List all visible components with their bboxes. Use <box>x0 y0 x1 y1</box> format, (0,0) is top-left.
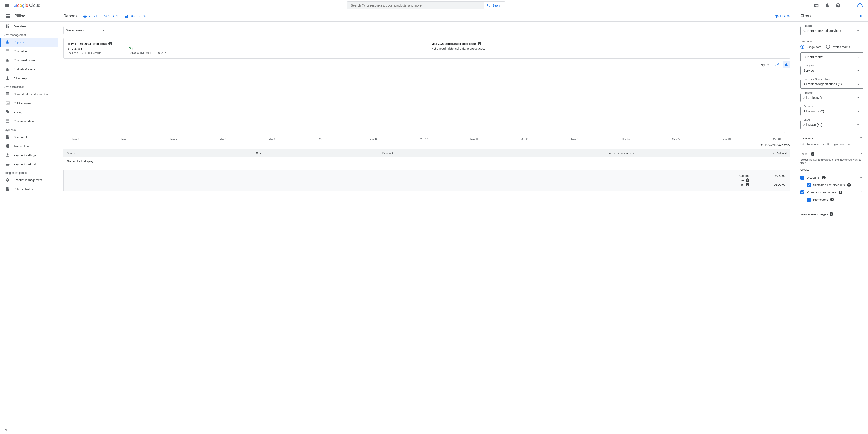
help-icon[interactable] <box>834 1 843 10</box>
sidebar-item-cost-table[interactable]: Cost table <box>0 46 58 56</box>
time-range-dropdown[interactable]: Current month <box>800 53 864 61</box>
chart-xtick: May 3 <box>72 138 79 141</box>
totals: Subtotal USD0.00 Tax? — Total? USD0.00 <box>63 170 790 191</box>
granularity-dropdown[interactable]: Daily <box>758 63 770 67</box>
help-icon[interactable]: ? <box>746 183 749 186</box>
col-promos[interactable]: Promotions and others <box>398 149 638 157</box>
bar-chart-button[interactable] <box>783 61 790 68</box>
folders-dropdown[interactable]: All folders/organizations (1) <box>800 80 864 89</box>
gear-icon <box>5 178 10 182</box>
print-button[interactable]: PRINT <box>83 14 98 18</box>
more-icon[interactable] <box>844 1 854 10</box>
sidebar-item-payment-settings[interactable]: Payment settings <box>0 151 58 160</box>
help-icon[interactable]: ? <box>108 42 112 45</box>
search-input[interactable] <box>347 1 484 9</box>
help-icon[interactable]: ? <box>847 183 851 187</box>
chevron-down-icon <box>856 55 861 59</box>
sidebar-collapse[interactable] <box>0 425 58 434</box>
checkbox-discounts[interactable] <box>800 176 804 180</box>
services-dropdown[interactable]: All services (3) <box>800 107 864 116</box>
checkbox-sustained[interactable] <box>807 183 811 187</box>
time-range-label: Time range <box>800 40 864 42</box>
google-cloud-logo[interactable]: Google Cloud <box>13 3 40 8</box>
sidebar-item-cud-analysis[interactable]: CUD analysis <box>0 98 58 107</box>
col-discounts[interactable]: Discounts <box>265 149 398 157</box>
help-icon[interactable]: ? <box>822 176 826 180</box>
chevron-down-icon <box>859 151 864 156</box>
save-icon <box>124 14 128 18</box>
cost-change-pct: 0% <box>128 47 167 51</box>
chart-xtick: May 9 <box>219 138 226 141</box>
print-icon <box>83 14 87 18</box>
sidebar-item-cost-estimation[interactable]: Cost estimation <box>0 117 58 126</box>
checkbox-promotions[interactable] <box>807 197 811 202</box>
chart-xtick: May 15 <box>370 138 378 141</box>
help-icon[interactable]: ? <box>830 198 834 202</box>
saved-views-dropdown[interactable]: Saved views <box>63 26 108 34</box>
share-button[interactable]: SHARE <box>103 14 119 18</box>
list-icon <box>5 92 10 96</box>
col-subtotal[interactable]: Subtotal <box>638 149 790 157</box>
notifications-icon[interactable] <box>823 1 832 10</box>
chevron-down-icon <box>856 29 861 33</box>
collapse-filters-button[interactable] <box>859 13 864 19</box>
sidebar-item-account-management[interactable]: Account management <box>0 176 58 184</box>
presets-dropdown[interactable]: Current month, all services <box>800 26 864 35</box>
col-cost[interactable]: Cost <box>176 149 265 157</box>
cloud-shell-icon[interactable] <box>812 1 821 10</box>
chevron-down-icon <box>856 109 861 114</box>
sidebar-item-overview[interactable]: Overview <box>0 22 58 31</box>
sidebar-item-payment-method[interactable]: Payment method <box>0 160 58 168</box>
collapse-discounts[interactable] <box>859 175 864 180</box>
actual-cost-amount: USD0.00 <box>68 47 101 51</box>
sidebar-item-label: Committed use discounts (C... <box>13 92 52 96</box>
sidebar-item-documents[interactable]: Documents <box>0 132 58 142</box>
radio-invoice-month[interactable]: Invoice month <box>826 45 850 49</box>
download-csv-button[interactable]: DOWNLOAD CSV <box>760 143 790 147</box>
help-icon[interactable]: ? <box>811 152 814 156</box>
sidebar-item-budgets-alerts[interactable]: Budgets & alerts <box>0 65 58 74</box>
labels-section[interactable]: Labels? <box>800 149 864 158</box>
sidebar-item-label: Billing export <box>13 76 30 80</box>
help-icon[interactable]: ? <box>746 178 749 182</box>
save-view-button[interactable]: SAVE VIEW <box>124 14 146 18</box>
help-icon[interactable]: ? <box>478 42 482 45</box>
sidebar-item-pricing[interactable]: Pricing <box>0 107 58 117</box>
sidebar-item-billing-export[interactable]: Billing export <box>0 74 58 83</box>
help-icon[interactable]: ? <box>839 191 842 194</box>
chart-xtick: May 27 <box>672 138 680 141</box>
sidebar-item-release-notes[interactable]: Release Notes <box>0 184 58 193</box>
checkbox-promos[interactable] <box>800 190 804 194</box>
learn-button[interactable]: LEARN <box>775 14 790 18</box>
sidebar-item-cost-breakdown[interactable]: Cost breakdown <box>0 56 58 65</box>
chevron-down-icon <box>856 95 861 100</box>
percent-icon <box>5 101 10 105</box>
locations-section[interactable]: Locations <box>800 134 864 143</box>
invoice-level-section[interactable]: Invoice level charges? <box>800 211 864 218</box>
forecast-title: May 2023 (forecasted total cost) <box>432 42 476 45</box>
group-by-dropdown[interactable]: Service <box>800 66 864 75</box>
learn-icon <box>775 14 779 18</box>
clock-icon <box>5 144 10 148</box>
bar-chart-icon <box>784 63 789 67</box>
tag-icon <box>5 110 10 114</box>
billing-icon <box>5 13 11 19</box>
help-icon[interactable]: ? <box>830 212 833 216</box>
sidebar-item-reports[interactable]: Reports <box>0 37 58 46</box>
skus-dropdown[interactable]: All SKUs (53) <box>800 120 864 129</box>
chevron-down-icon <box>856 68 861 73</box>
sidebar-item-committed-use-discounts-c-[interactable]: Committed use discounts (C... <box>0 90 58 98</box>
radio-usage-date[interactable]: Usage date <box>800 45 822 49</box>
sidebar-item-label: Cost breakdown <box>13 59 35 62</box>
menu-button[interactable] <box>2 0 13 11</box>
credits-title: Credits <box>800 168 864 171</box>
sidebar-item-transactions[interactable]: Transactions <box>0 142 58 151</box>
cloud-account-icon[interactable] <box>855 1 864 10</box>
projects-dropdown[interactable]: All projects (1) <box>800 93 864 102</box>
filters-title: Filters <box>800 14 811 19</box>
search-button[interactable]: Search <box>484 1 505 9</box>
line-chart-button[interactable] <box>773 61 780 68</box>
col-service[interactable]: Service <box>63 149 176 157</box>
collapse-promos[interactable] <box>859 190 864 195</box>
sidebar-item-label: Cost estimation <box>13 120 34 123</box>
